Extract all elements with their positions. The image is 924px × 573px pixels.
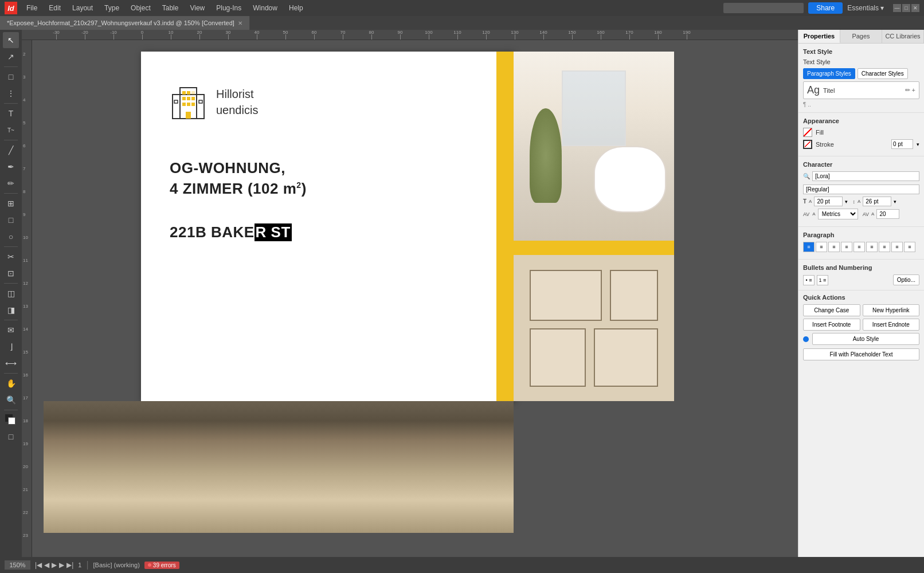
align-justify-last-right-btn[interactable]: ≡ (879, 242, 890, 252)
fill-color-box[interactable] (803, 128, 812, 137)
document-tab[interactable]: *Exposee_Hochformat_210x297_Wohnungsverk… (0, 16, 250, 30)
auto-style-button[interactable]: Auto Style (812, 333, 919, 345)
view-mode-normal[interactable]: □ (3, 429, 19, 445)
new-hyperlink-button[interactable]: New Hyperlink (863, 304, 920, 316)
menu-layout[interactable]: Layout (68, 3, 97, 13)
hand-tool[interactable]: ✋ (3, 375, 19, 391)
line-tool[interactable]: ╱ (3, 142, 19, 158)
numbering-btn[interactable]: 1 ≡ (817, 275, 828, 285)
next-spread-btn[interactable]: ▶| (66, 561, 73, 569)
essentials-button[interactable]: Essentials ▾ (847, 4, 884, 12)
gradient-tool[interactable]: ◫ (3, 285, 19, 301)
font-name-input[interactable] (812, 171, 919, 181)
rectangle-frame-tool[interactable]: ⊞ (3, 195, 19, 211)
kerning-input[interactable] (876, 209, 899, 219)
leading-input[interactable] (863, 197, 891, 206)
stroke-row: Stroke ▾ (803, 139, 919, 149)
error-badge[interactable]: 39 errors (144, 562, 179, 569)
search-input[interactable] (723, 3, 804, 13)
menu-object[interactable]: Object (126, 3, 155, 13)
character-styles-btn[interactable]: Character Styles (858, 68, 908, 79)
menu-view[interactable]: View (185, 3, 209, 13)
note-tool[interactable]: ✉ (3, 322, 19, 338)
minimize-button[interactable]: — (893, 4, 901, 12)
ellipse-tool[interactable]: ○ (3, 229, 19, 245)
zoom-input[interactable] (5, 560, 30, 570)
bathroom-background (514, 52, 674, 241)
tool-separator-7 (4, 320, 18, 320)
zoom-control (5, 560, 30, 570)
direct-select-tool[interactable]: ↗ (3, 49, 19, 65)
svg-rect-3 (187, 91, 190, 95)
options-btn[interactable]: Optio... (893, 274, 919, 285)
font-style-input[interactable] (803, 185, 919, 194)
style-edit-icon[interactable]: ✏ (905, 87, 910, 94)
eyedropper-tool[interactable]: ⌋ (3, 339, 19, 355)
type-tool[interactable]: T (3, 105, 19, 121)
qa-row-2: Insert Footnote Insert Endnote (803, 319, 919, 331)
scissors-tool[interactable]: ✂ (3, 249, 19, 265)
zoom-tool[interactable]: 🔍 (3, 392, 19, 408)
align-justify-last-center-btn[interactable]: ≡ (866, 242, 878, 252)
menu-plugins[interactable]: Plug-Ins (212, 3, 246, 13)
size-chevron[interactable]: ▾ (845, 199, 848, 205)
free-transform-tool[interactable]: ⊡ (3, 265, 19, 281)
close-button[interactable]: ✕ (911, 4, 919, 12)
menu-edit[interactable]: Edit (44, 3, 65, 13)
tool-separator-9 (4, 410, 18, 410)
pen-tool[interactable]: ✒ (3, 159, 19, 175)
align-left-btn[interactable]: ≡ (803, 242, 815, 252)
tab-cc-libraries[interactable]: CC Libraries (882, 30, 924, 43)
pencil-tool[interactable]: ✏ (3, 175, 19, 191)
stroke-pt-input[interactable] (891, 139, 913, 149)
prev-page-btn[interactable]: ◀ (44, 561, 49, 569)
insert-footnote-button[interactable]: Insert Footnote (803, 319, 860, 331)
insert-endnote-button[interactable]: Insert Endnote (863, 319, 920, 331)
tab-pages[interactable]: Pages (840, 30, 882, 43)
maximize-button[interactable]: □ (902, 4, 910, 12)
gap-tool[interactable]: ⋮ (3, 85, 19, 101)
next-page-btn[interactable]: ▶ (59, 561, 64, 569)
preflight-mode[interactable]: [Basic] (working) (93, 562, 140, 568)
play-btn[interactable]: ▶ (52, 561, 57, 569)
align-center-btn[interactable]: ≡ (816, 242, 827, 252)
share-button[interactable]: Share (808, 2, 843, 14)
top-ruler: -30 -20 -10 0 10 20 30 40 50 60 70 80 90… (22, 30, 924, 40)
page-tool[interactable]: □ (3, 69, 19, 85)
canvas-area: Hillorist uendicis OG-WOHNUNG, 4 ZIMMER … (32, 40, 798, 557)
tool-separator-2 (4, 103, 18, 104)
measure-tool[interactable]: ⟷ (3, 355, 19, 371)
fill-placeholder-button[interactable]: Fill with Placeholder Text (803, 348, 919, 360)
align-towards-spine-btn[interactable]: ≡ (904, 242, 915, 252)
error-dot-icon (148, 563, 151, 567)
menu-file[interactable]: File (22, 3, 42, 13)
menu-type[interactable]: Type (100, 3, 124, 13)
stroke-color-box[interactable] (803, 140, 812, 149)
align-justify-last-left-btn[interactable]: ≡ (853, 242, 865, 252)
style-selector[interactable]: Ag Titel ✏ + (803, 81, 919, 99)
align-justify-btn[interactable]: ≡ (841, 242, 852, 252)
font-size-input[interactable] (814, 197, 843, 206)
tab-properties[interactable]: Properties (798, 30, 840, 43)
stroke-pt-chevron[interactable]: ▾ (917, 142, 919, 147)
change-case-button[interactable]: Change Case (803, 304, 860, 316)
bullets-btn[interactable]: • ≡ (803, 275, 815, 285)
tracking-method-select[interactable]: Metrics Optical (818, 209, 858, 219)
select-tool[interactable]: ↖ (3, 32, 19, 48)
bath-window (562, 70, 626, 146)
gradient-feather-tool[interactable]: ◨ (3, 302, 19, 318)
rectangle-tool[interactable]: □ (3, 212, 19, 228)
align-justify-all-btn[interactable]: ≡ (891, 242, 903, 252)
paragraph-styles-btn[interactable]: Paragraph Styles (803, 68, 855, 79)
tab-close-icon[interactable]: ✕ (238, 20, 242, 26)
type-on-path-tool[interactable]: T~ (3, 122, 19, 138)
fill-stroke-control[interactable] (3, 412, 19, 428)
leading-chevron[interactable]: ▾ (894, 199, 896, 205)
style-indicator: ¶ .. (803, 101, 919, 108)
menu-window[interactable]: Window (248, 3, 282, 13)
menu-table[interactable]: Table (158, 3, 183, 13)
menu-help[interactable]: Help (284, 3, 308, 13)
align-right-btn[interactable]: ≡ (828, 242, 840, 252)
prev-spread-btn[interactable]: |◀ (35, 561, 42, 569)
style-add-icon[interactable]: + (912, 87, 915, 94)
